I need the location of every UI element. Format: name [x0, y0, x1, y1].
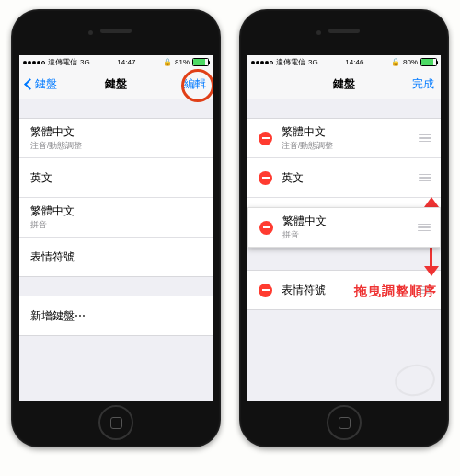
delete-icon[interactable]: [259, 132, 272, 145]
battery-pct: 81%: [175, 58, 190, 66]
edit-label: 編輯: [184, 76, 206, 92]
carrier-label: 遠傳電信: [48, 57, 77, 67]
battery-pct: 80%: [403, 58, 418, 66]
phone-frame-right: 遠傳電信 3G 14:46 🔒 80% 鍵盤 完成: [239, 9, 449, 447]
orientation-lock-icon: 🔒: [391, 58, 400, 66]
battery-icon: [420, 58, 437, 66]
add-keyboard-label: 新增鍵盤⋯: [30, 308, 203, 324]
keyboard-title: 英文: [30, 170, 203, 186]
list-item[interactable]: 繁體中文 拼音: [19, 198, 213, 238]
keyboard-title: 表情符號: [30, 250, 203, 265]
nav-bar: 鍵盤 完成: [247, 69, 441, 99]
list-item-dragging[interactable]: 繁體中文 拼音: [247, 207, 441, 248]
nav-bar: 鍵盤 鍵盤 編輯: [19, 69, 213, 99]
reorder-handle-icon[interactable]: [415, 134, 431, 143]
list-item[interactable]: 英文: [247, 158, 441, 198]
network-label: 3G: [308, 58, 318, 66]
list-item[interactable]: 表情符號: [19, 238, 213, 276]
keyboard-sub: 注音/動態調整: [30, 141, 203, 152]
edit-button[interactable]: 編輯: [166, 76, 206, 92]
keyboard-title: 英文: [282, 170, 415, 186]
phone-camera: [316, 30, 321, 35]
battery-icon: [192, 58, 209, 66]
chevron-left-icon: [24, 78, 36, 90]
keyboard-title: 繁體中文: [282, 124, 415, 140]
signal-dots: [251, 61, 273, 64]
reorder-handle-icon[interactable]: [414, 224, 431, 232]
reorder-handle-icon[interactable]: [415, 174, 431, 182]
delete-icon[interactable]: [259, 221, 273, 235]
keyboard-sub: 注音/動態調整: [282, 141, 415, 152]
done-label: 完成: [412, 76, 434, 92]
keyboard-title: 繁體中文: [282, 214, 414, 229]
phone-camera: [88, 30, 93, 35]
screen-right: 遠傳電信 3G 14:46 🔒 80% 鍵盤 完成: [247, 55, 441, 401]
annotation-caption: 拖曳調整順序: [354, 284, 437, 300]
network-label: 3G: [80, 58, 90, 66]
keyboard-sub: 拼音: [30, 220, 203, 231]
keyboard-title: 繁體中文: [30, 203, 203, 219]
list-item[interactable]: 繁體中文 注音/動態調整: [19, 119, 213, 158]
signal-dots: [23, 61, 45, 64]
keyboard-list: 繁體中文 注音/動態調整 英文 繁體中文 拼音 表情符號: [19, 118, 213, 277]
clock: 14:47: [117, 58, 135, 66]
clock: 14:46: [345, 58, 363, 66]
home-button[interactable]: [98, 405, 133, 440]
add-keyboard-group: 新增鍵盤⋯: [19, 296, 213, 336]
delete-icon[interactable]: [259, 171, 272, 185]
list-item[interactable]: 英文: [19, 158, 213, 198]
screen-left: 遠傳電信 3G 14:47 🔒 81% 鍵盤 鍵盤 編輯: [19, 55, 213, 401]
phone-speaker: [328, 29, 360, 33]
phone-speaker: [100, 29, 132, 33]
carrier-label: 遠傳電信: [276, 57, 305, 67]
home-button[interactable]: [327, 405, 362, 440]
back-label: 鍵盤: [35, 76, 57, 92]
back-button[interactable]: 鍵盤: [26, 76, 66, 92]
done-button[interactable]: 完成: [394, 76, 434, 92]
keyboard-title: 繁體中文: [30, 124, 203, 140]
watermark: [392, 361, 437, 399]
add-keyboard-button[interactable]: 新增鍵盤⋯: [19, 296, 213, 335]
list-item[interactable]: 繁體中文 注音/動態調整: [247, 119, 441, 158]
delete-icon[interactable]: [259, 284, 272, 297]
status-bar: 遠傳電信 3G 14:46 🔒 80%: [247, 55, 441, 69]
status-bar: 遠傳電信 3G 14:47 🔒 81%: [19, 55, 213, 69]
orientation-lock-icon: 🔒: [163, 58, 172, 66]
keyboard-sub: 拼音: [282, 230, 414, 241]
phone-frame-left: 遠傳電信 3G 14:47 🔒 81% 鍵盤 鍵盤 編輯: [11, 9, 221, 447]
keyboard-edit-list: 繁體中文 注音/動態調整 英文 繁體中文 拼音: [247, 118, 441, 310]
